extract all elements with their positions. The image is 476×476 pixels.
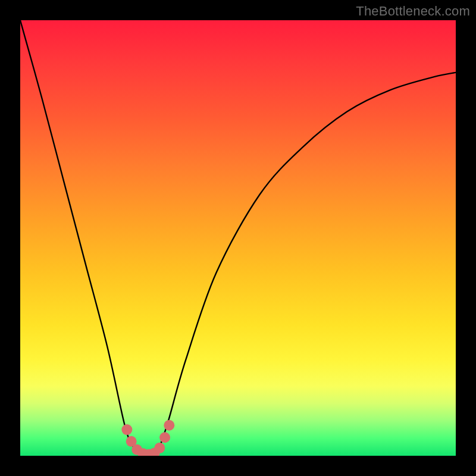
min-region-dots — [121, 420, 174, 456]
marker-dot — [121, 424, 132, 435]
marker-dot — [159, 432, 170, 443]
watermark-text: TheBottleneck.com — [356, 4, 470, 19]
bottleneck-curve — [20, 20, 456, 456]
marker-dot — [154, 443, 165, 453]
curve-svg — [20, 20, 456, 456]
plot-area — [20, 20, 456, 456]
chart-frame: TheBottleneck.com — [0, 0, 476, 476]
marker-dot — [164, 420, 174, 431]
